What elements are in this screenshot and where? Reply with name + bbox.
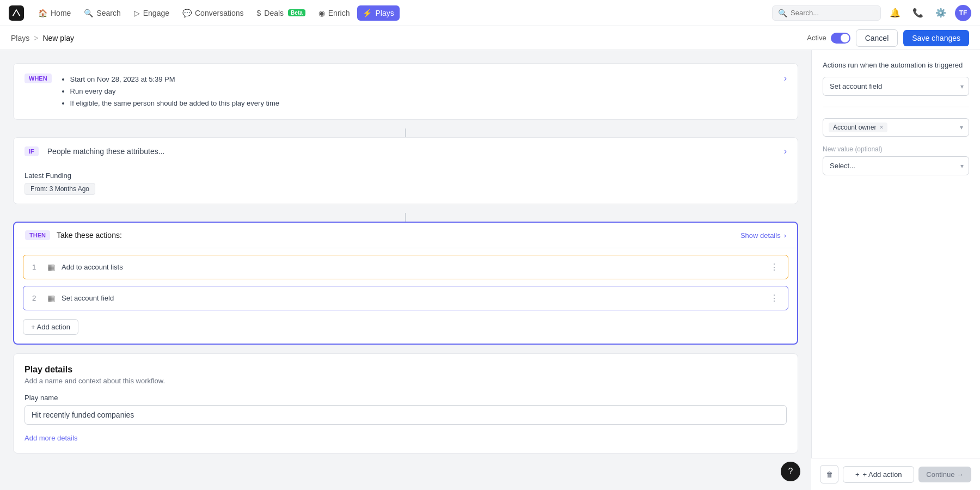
nav-deals-label: Deals — [264, 9, 284, 17]
nav-engage-label: Engage — [143, 9, 169, 17]
cancel-button[interactable]: Cancel — [856, 29, 898, 47]
connector-1 — [13, 128, 798, 137]
logo[interactable] — [9, 5, 24, 21]
avatar[interactable]: TF — [955, 5, 971, 21]
when-item-2: Run every day — [70, 85, 775, 97]
active-label: Active — [807, 34, 826, 42]
breadcrumb-plays[interactable]: Plays — [11, 34, 29, 42]
bottom-bar: 🗑 + + Add action Continue → — [811, 458, 980, 490]
main-layout: WHEN Start on Nov 28, 2023 at 5:39 PM Ru… — [0, 50, 980, 490]
panel-title: Actions run when the automation is trigg… — [823, 61, 969, 69]
home-icon: 🏠 — [38, 9, 47, 17]
nav-home[interactable]: 🏠 Home — [33, 5, 76, 21]
conversations-icon: 💬 — [182, 9, 192, 17]
action-menu-2[interactable]: ⋮ — [770, 293, 779, 303]
add-action-button[interactable]: + Add action — [23, 319, 78, 335]
when-chevron[interactable]: › — [784, 74, 787, 83]
action-label-2: Set account field — [62, 294, 763, 302]
plays-icon: ⚡ — [363, 9, 372, 17]
if-card: IF People matching these attributes... ›… — [13, 137, 798, 204]
funding-label: Latest Funding — [24, 171, 787, 180]
then-label: Take these actions: — [57, 231, 122, 240]
action-label-1: Add to account lists — [62, 263, 763, 271]
funding-tag: From: 3 Months Ago — [24, 183, 95, 195]
deals-icon: $ — [257, 9, 261, 17]
top-nav: 🏠 Home 🔍 Search ▷ Engage 💬 Conversations… — [0, 0, 980, 26]
action-type-select[interactable]: Set account field — [823, 77, 969, 96]
nav-search-label: Search — [96, 9, 120, 17]
then-card: THEN Take these actions: Show details › … — [13, 222, 798, 345]
connector-2 — [13, 213, 798, 222]
nav-enrich[interactable]: ◉ Enrich — [313, 5, 356, 21]
action-row-1[interactable]: 1 ▦ Add to account lists ⋮ — [23, 255, 788, 279]
nav-conversations[interactable]: 💬 Conversations — [177, 5, 249, 21]
nav-conversations-label: Conversations — [195, 9, 244, 17]
play-details-section: Play details Add a name and context abou… — [13, 353, 798, 454]
nav-home-label: Home — [51, 9, 71, 17]
new-value-text: New value — [823, 145, 853, 153]
breadcrumb-separator: > — [34, 34, 38, 42]
new-value-optional: (optional) — [855, 145, 882, 153]
new-value-select[interactable]: Select... — [823, 156, 969, 175]
play-details-subtitle: Add a name and context about this workfl… — [24, 377, 787, 385]
account-field-select[interactable]: Account owner × ▾ — [823, 118, 969, 137]
nav-deals[interactable]: $ Deals Beta — [252, 5, 311, 21]
if-header: IF People matching these attributes... › — [14, 138, 798, 165]
notifications-btn[interactable]: 🔔 — [886, 4, 904, 22]
show-details-label: Show details — [740, 231, 781, 240]
enrich-icon: ◉ — [318, 9, 325, 17]
action-num-2: 2 — [32, 294, 41, 302]
save-button[interactable]: Save changes — [903, 30, 969, 46]
breadcrumb-current: New play — [42, 34, 74, 42]
action-icon-2: ▦ — [47, 293, 55, 303]
search-input[interactable] — [791, 9, 875, 17]
settings-btn[interactable]: ⚙️ — [932, 4, 950, 22]
when-card: WHEN Start on Nov 28, 2023 at 5:39 PM Ru… — [13, 63, 798, 120]
breadcrumb-right: Active Cancel Save changes — [807, 29, 969, 47]
active-toggle: Active — [807, 33, 850, 44]
play-name-label: Play name — [24, 394, 787, 402]
when-badge: WHEN — [24, 74, 52, 83]
global-search[interactable]: 🔍 — [772, 5, 881, 21]
new-value-wrapper: Select... — [823, 156, 969, 175]
panel-add-action-button[interactable]: + + Add action — [843, 466, 914, 483]
if-chevron[interactable]: › — [784, 146, 787, 156]
account-field-clear[interactable]: × — [879, 124, 883, 131]
delete-action-button[interactable]: 🗑 — [820, 465, 838, 483]
nav-enrich-label: Enrich — [328, 9, 350, 17]
main-content: WHEN Start on Nov 28, 2023 at 5:39 PM Ru… — [0, 50, 811, 490]
then-badge: THEN — [25, 230, 50, 240]
then-header: THEN Take these actions: Show details › — [14, 223, 797, 248]
play-name-input[interactable] — [24, 405, 787, 425]
action-type-wrapper: Set account field — [823, 77, 969, 96]
nav-engage[interactable]: ▷ Engage — [128, 5, 175, 21]
nav-search[interactable]: 🔍 Search — [78, 5, 126, 21]
help-button[interactable]: ? — [781, 462, 800, 481]
phone-btn[interactable]: 📞 — [909, 4, 927, 22]
if-badge: IF — [24, 146, 39, 156]
plus-icon: + — [855, 470, 860, 479]
action-num-1: 1 — [32, 263, 41, 271]
show-details-chevron: › — [784, 231, 786, 240]
action-menu-1[interactable]: ⋮ — [770, 262, 779, 272]
continue-button[interactable]: Continue → — [918, 467, 971, 482]
play-details-title: Play details — [24, 365, 787, 375]
when-list: Start on Nov 28, 2023 at 5:39 PM Run eve… — [60, 74, 775, 109]
action-icon-1: ▦ — [47, 262, 55, 272]
when-item-1: Start on Nov 28, 2023 at 5:39 PM — [70, 74, 775, 85]
panel-divider-1 — [823, 107, 969, 107]
when-item-3: If eligible, the same person should be a… — [70, 97, 775, 109]
right-panel: Actions run when the automation is trigg… — [811, 50, 980, 490]
action-row-2[interactable]: 2 ▦ Set account field ⋮ — [23, 286, 788, 310]
show-details-btn[interactable]: Show details › — [740, 231, 786, 240]
new-value-label: New value (optional) — [823, 145, 969, 153]
nav-plays-label: Plays — [375, 9, 394, 17]
account-field-chevron: ▾ — [960, 124, 963, 131]
topnav-right: 🔍 🔔 📞 ⚙️ TF — [772, 4, 971, 22]
search-icon: 🔍 — [778, 9, 787, 17]
nav-plays[interactable]: ⚡ Plays — [357, 5, 399, 21]
active-switch[interactable] — [831, 33, 850, 44]
funding-filter: Latest Funding From: 3 Months Ago — [14, 165, 798, 204]
add-more-details-link[interactable]: Add more details — [24, 434, 78, 442]
beta-badge: Beta — [288, 9, 305, 16]
